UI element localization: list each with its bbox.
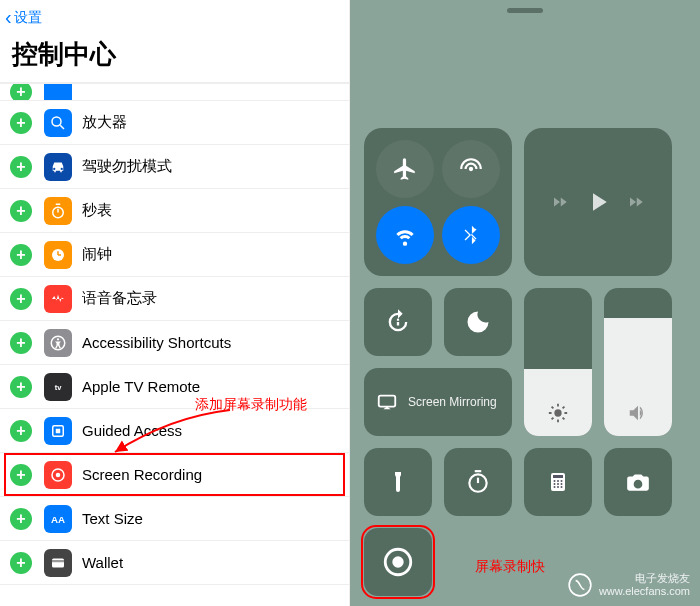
app-icon xyxy=(44,83,72,101)
svg-point-38 xyxy=(561,483,563,485)
textsize-icon: AA xyxy=(44,505,72,533)
svg-point-39 xyxy=(554,486,556,488)
add-button[interactable]: + xyxy=(10,112,32,134)
voice-icon xyxy=(44,285,72,313)
add-button[interactable]: + xyxy=(10,244,32,266)
add-button[interactable]: + xyxy=(10,420,32,442)
svg-point-35 xyxy=(561,480,563,482)
svg-text:tv: tv xyxy=(55,383,62,392)
wallet-icon xyxy=(44,549,72,577)
add-button[interactable]: + xyxy=(10,156,32,178)
row-label: Guided Access xyxy=(82,422,182,439)
moon-icon xyxy=(464,308,492,336)
cellular-icon xyxy=(458,156,484,182)
wifi-icon xyxy=(392,222,418,248)
timer-icon xyxy=(465,469,491,495)
svg-point-34 xyxy=(557,480,559,482)
flashlight-toggle[interactable] xyxy=(364,448,432,516)
list-item[interactable]: + Screen Recording xyxy=(0,453,349,497)
row-label: 秒表 xyxy=(82,201,112,220)
list-item[interactable]: + 闹钟 xyxy=(0,233,349,277)
airplane-mode-toggle[interactable] xyxy=(376,140,434,198)
access-icon xyxy=(44,329,72,357)
svg-rect-16 xyxy=(52,558,64,567)
row-label: Apple TV Remote xyxy=(82,378,200,395)
add-button[interactable]: + xyxy=(10,200,32,222)
volume-slider[interactable] xyxy=(604,288,672,436)
list-item[interactable]: + 语音备忘录 xyxy=(0,277,349,321)
add-button[interactable]: + xyxy=(10,83,32,101)
add-button[interactable]: + xyxy=(10,508,32,530)
svg-point-9 xyxy=(57,338,59,340)
svg-rect-12 xyxy=(56,428,61,433)
tv-icon: tv xyxy=(44,373,72,401)
row-label: Screen Recording xyxy=(82,466,202,483)
svg-text:AA: AA xyxy=(51,513,65,524)
lock-rotation-icon xyxy=(384,308,412,336)
add-button[interactable]: + xyxy=(10,288,32,310)
svg-point-19 xyxy=(554,409,561,416)
brightness-icon xyxy=(547,402,569,424)
bluetooth-icon xyxy=(460,224,482,246)
list-item[interactable]: + Guided Access xyxy=(0,409,349,453)
row-label: 闹钟 xyxy=(82,245,112,264)
add-button[interactable]: + xyxy=(10,552,32,574)
orientation-lock-toggle[interactable] xyxy=(364,288,432,356)
svg-line-26 xyxy=(552,418,554,420)
add-button[interactable]: + xyxy=(10,376,32,398)
calculator-icon xyxy=(546,470,570,494)
svg-point-37 xyxy=(557,483,559,485)
list-item[interactable]: + Wallet xyxy=(0,541,349,585)
media-controls[interactable] xyxy=(524,128,672,276)
connectivity-group xyxy=(364,128,512,276)
list-item[interactable]: + Accessibility Shortcuts xyxy=(0,321,349,365)
list-item[interactable]: + xyxy=(0,83,349,101)
highlight-box xyxy=(361,525,435,599)
svg-point-14 xyxy=(56,472,61,477)
play-icon xyxy=(583,187,613,217)
row-label: Text Size xyxy=(82,510,143,527)
cellular-toggle[interactable] xyxy=(442,140,500,198)
svg-rect-17 xyxy=(52,560,64,562)
rewind-icon xyxy=(551,193,569,211)
back-button[interactable]: ‹ 设置 xyxy=(5,6,42,29)
screen-mirroring-icon xyxy=(376,391,398,413)
timer-button[interactable] xyxy=(444,448,512,516)
calculator-button[interactable] xyxy=(524,448,592,516)
svg-rect-32 xyxy=(553,475,563,478)
flashlight-icon xyxy=(386,470,410,494)
annotation-label: 添加屏幕录制功能 xyxy=(195,396,307,414)
bluetooth-toggle[interactable] xyxy=(442,206,500,264)
clock-icon xyxy=(44,241,72,269)
car-icon xyxy=(44,153,72,181)
list-item[interactable]: + 秒表 xyxy=(0,189,349,233)
row-label: 放大器 xyxy=(82,113,127,132)
screen-mirroring-label: Screen Mirroring xyxy=(408,395,497,409)
annotation-label-2: 屏幕录制快 xyxy=(475,558,545,576)
add-button[interactable]: + xyxy=(10,332,32,354)
guided-icon xyxy=(44,417,72,445)
watermark-line1: 电子发烧友 xyxy=(599,572,690,585)
do-not-disturb-toggle[interactable] xyxy=(444,288,512,356)
screen-mirroring-button[interactable]: Screen Mirroring xyxy=(364,368,512,436)
list-item[interactable]: + 放大器 xyxy=(0,101,349,145)
list-item[interactable]: + 驾驶勿扰模式 xyxy=(0,145,349,189)
svg-point-33 xyxy=(554,480,556,482)
control-center-list: + + 放大器 + 驾驶勿扰模式 + 秒表 + 闹钟 + 语音备忘录 + Acc… xyxy=(0,82,349,585)
camera-button[interactable] xyxy=(604,448,672,516)
svg-line-1 xyxy=(60,125,64,129)
stopwatch-icon xyxy=(44,197,72,225)
grabber-handle[interactable] xyxy=(507,8,543,13)
list-item[interactable]: + AA Text Size xyxy=(0,497,349,541)
watermark-logo-icon xyxy=(567,572,593,598)
row-label: Accessibility Shortcuts xyxy=(82,334,231,351)
screen-recording-button[interactable] xyxy=(364,528,432,596)
wifi-toggle[interactable] xyxy=(376,206,434,264)
svg-point-36 xyxy=(554,483,556,485)
add-button[interactable]: + xyxy=(10,464,32,486)
svg-point-41 xyxy=(561,486,563,488)
record-icon xyxy=(44,461,72,489)
airplane-icon xyxy=(392,156,418,182)
brightness-slider[interactable] xyxy=(524,288,592,436)
forward-icon xyxy=(627,193,645,211)
